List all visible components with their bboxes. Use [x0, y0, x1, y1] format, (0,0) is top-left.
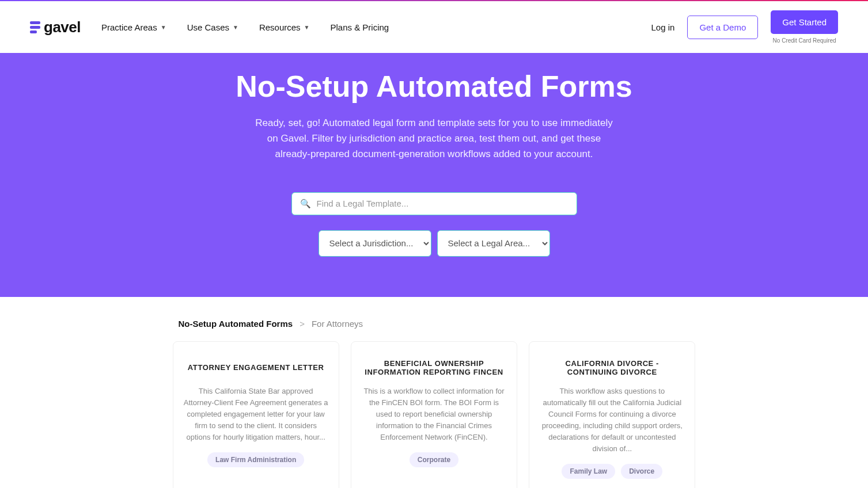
- card-title: BENEFICIAL OWNERSHIP INFORMATION REPORTI…: [362, 358, 506, 378]
- filter-selects: Select a Jurisdiction... Select a Legal …: [12, 230, 856, 257]
- nav-links: Practice Areas ▼ Use Cases ▼ Resources ▼…: [101, 22, 389, 32]
- get-started-wrap: Get Started No Credit Card Required: [771, 10, 838, 44]
- brand-logo[interactable]: gavel: [30, 18, 81, 36]
- chevron-down-icon: ▼: [304, 24, 310, 30]
- chevron-down-icon: ▼: [233, 24, 238, 30]
- search-input[interactable]: [317, 199, 568, 208]
- nav-practice-areas[interactable]: Practice Areas ▼: [101, 22, 166, 32]
- cards-grid: ATTORNEY ENGAGEMENT LETTER This Californ…: [173, 341, 696, 488]
- hero-subtitle: Ready, set, go! Automated legal form and…: [250, 115, 619, 162]
- search-box[interactable]: 🔍: [291, 192, 577, 215]
- logo-icon: [30, 21, 40, 33]
- nav-label: Plans & Pricing: [331, 22, 389, 32]
- card-tags: Family Law Divorce: [540, 464, 684, 479]
- search-wrap: 🔍: [12, 192, 856, 215]
- brand-name: gavel: [44, 18, 81, 36]
- breadcrumb-root[interactable]: No-Setup Automated Forms: [179, 319, 293, 329]
- get-demo-button[interactable]: Get a Demo: [687, 16, 758, 39]
- nav-label: Resources: [259, 22, 301, 32]
- navbar: gavel Practice Areas ▼ Use Cases ▼ Resou…: [0, 1, 868, 53]
- card-tags: Law Firm Administration: [184, 452, 328, 467]
- card-title: ATTORNEY ENGAGEMENT LETTER: [184, 358, 328, 378]
- card-title: CALIFORNIA DIVORCE - CONTINUING DIVORCE: [540, 358, 684, 378]
- nav-label: Practice Areas: [101, 22, 157, 32]
- content-section: No-Setup Automated Forms > For Attorneys…: [0, 297, 868, 488]
- template-card: BENEFICIAL OWNERSHIP INFORMATION REPORTI…: [351, 341, 517, 488]
- card-description: This is a workflow to collect informatio…: [362, 386, 506, 444]
- page-title: No-Setup Automated Forms: [12, 69, 856, 104]
- tag[interactable]: Family Law: [562, 464, 615, 479]
- breadcrumb-separator: >: [300, 319, 305, 329]
- nav-right: Log in Get a Demo Get Started No Credit …: [651, 10, 838, 44]
- card-description: This California State Bar approved Attor…: [184, 386, 328, 444]
- template-card: ATTORNEY ENGAGEMENT LETTER This Californ…: [173, 341, 339, 488]
- nav-plans-pricing[interactable]: Plans & Pricing: [331, 22, 389, 32]
- jurisdiction-select[interactable]: Select a Jurisdiction...: [319, 230, 431, 257]
- get-started-button[interactable]: Get Started: [771, 10, 838, 34]
- hero-section: No-Setup Automated Forms Ready, set, go!…: [0, 53, 868, 297]
- legal-area-select[interactable]: Select a Legal Area...: [437, 230, 550, 257]
- breadcrumb: No-Setup Automated Forms > For Attorneys: [173, 319, 696, 329]
- nav-label: Use Cases: [187, 22, 229, 32]
- breadcrumb-current: For Attorneys: [312, 319, 363, 329]
- nav-use-cases[interactable]: Use Cases ▼: [187, 22, 238, 32]
- card-description: This workflow asks questions to automati…: [540, 386, 684, 455]
- nav-resources[interactable]: Resources ▼: [259, 22, 310, 32]
- tag[interactable]: Law Firm Administration: [207, 452, 304, 467]
- tag[interactable]: Divorce: [621, 464, 662, 479]
- search-icon: 🔍: [300, 199, 311, 209]
- chevron-down-icon: ▼: [161, 24, 166, 30]
- card-tags: Corporate: [362, 452, 506, 467]
- no-credit-text: No Credit Card Required: [773, 37, 836, 44]
- tag[interactable]: Corporate: [410, 452, 458, 467]
- template-card: CALIFORNIA DIVORCE - CONTINUING DIVORCE …: [529, 341, 695, 488]
- login-link[interactable]: Log in: [651, 22, 675, 32]
